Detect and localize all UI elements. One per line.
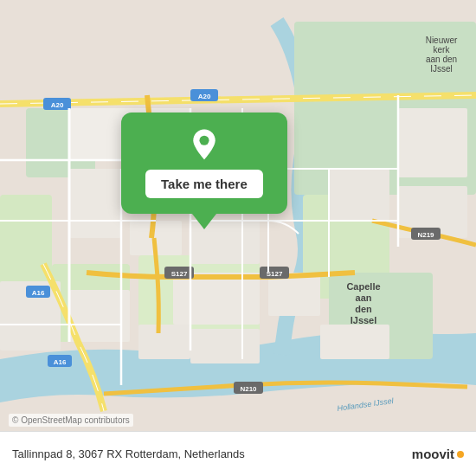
svg-text:Capelle: Capelle [346,281,380,292]
moovit-logo-text: moovit [412,447,454,461]
svg-text:IJssel: IJssel [430,64,453,74]
svg-text:A16: A16 [54,358,67,366]
svg-rect-13 [173,273,260,325]
svg-text:aan den: aan den [426,55,457,64]
svg-text:N219: N219 [417,231,434,239]
svg-rect-20 [138,325,190,359]
moovit-logo: moovit [412,447,464,461]
svg-rect-9 [69,169,121,238]
moovit-logo-dot [457,451,464,458]
popup-bubble: Take me there [121,113,287,214]
take-me-there-button[interactable]: Take me there [145,170,263,198]
svg-text:IJssel: IJssel [351,315,377,325]
svg-text:kerk: kerk [434,45,451,55]
address-text: Tallinnpad 8, 3067 RX Rotterdam, Netherl… [12,447,245,460]
svg-rect-16 [329,169,389,221]
svg-text:A16: A16 [32,289,45,297]
svg-rect-17 [398,108,467,177]
location-pin-icon [188,128,221,161]
svg-point-52 [199,136,209,145]
svg-text:A20: A20 [198,93,211,100]
svg-text:den: den [355,304,372,314]
bottom-bar: Tallinnpad 8, 3067 RX Rotterdam, Netherl… [0,431,476,476]
map-background: A20 A20 A16 A16 S109 S127 S127 N219 N210 [0,0,476,476]
svg-text:N210: N210 [240,385,257,393]
svg-text:aan: aan [356,293,372,303]
map-popup: Take me there [121,113,287,229]
map-container: A20 A20 A16 A16 S109 S127 S127 N219 N210 [0,0,476,476]
copyright-text: © OpenStreetMap contributors [9,414,133,427]
svg-rect-14 [190,329,260,363]
svg-text:A20: A20 [51,101,64,109]
svg-text:S127: S127 [171,270,188,278]
popup-tail [192,214,216,229]
svg-rect-22 [320,325,389,359]
svg-text:Nieuwer: Nieuwer [426,35,458,45]
